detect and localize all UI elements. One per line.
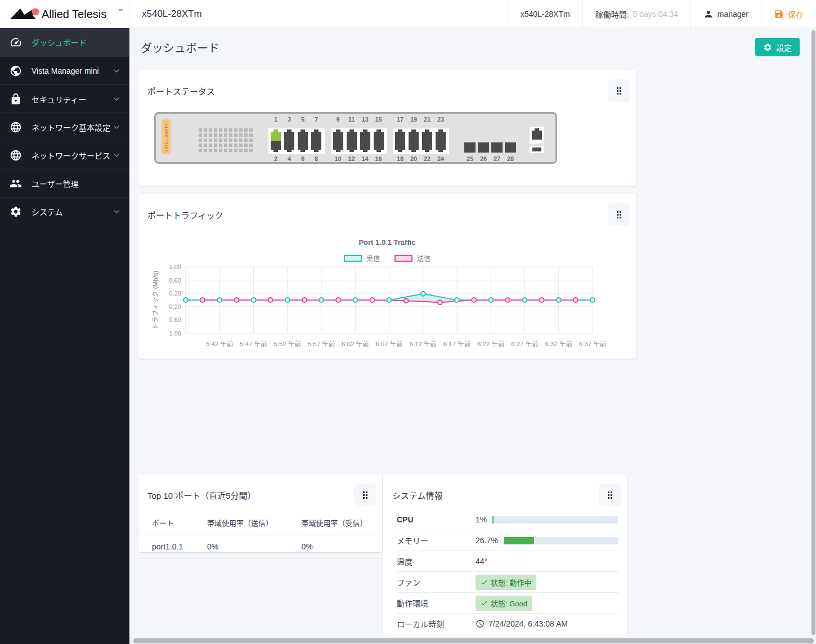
port-number: 21 <box>422 116 432 123</box>
data-point-rx <box>523 298 527 302</box>
x-tick-label: 6:22 午前 <box>477 340 505 347</box>
app-header: Allied Telesis ™ x540L-28XTm x540L-28XTm… <box>0 0 816 28</box>
drag-handle[interactable] <box>608 79 630 102</box>
port-number: 26 <box>477 155 490 162</box>
console-port <box>532 147 541 151</box>
sidebar-item-6[interactable]: システム <box>0 197 129 225</box>
system-info-row: 温度44° <box>397 551 618 572</box>
rj45-port[interactable] <box>422 141 432 152</box>
port-number: 12 <box>347 155 357 162</box>
vertical-scrollbar[interactable] <box>811 28 816 637</box>
uptime: 稼働時間: 5 days 04:34 <box>582 0 691 28</box>
sidebar-item-4[interactable]: ネットワークサービス <box>0 141 129 169</box>
rj45-port[interactable] <box>271 129 281 141</box>
data-point-rx <box>557 298 561 302</box>
globe-icon <box>9 149 23 162</box>
sidebar-item-label: システム <box>32 206 111 217</box>
rj45-port[interactable] <box>360 141 370 152</box>
sidebar: ダッシュボードVista Manager miniセキュリティーネットワーク基本… <box>0 28 129 644</box>
rj45-port[interactable] <box>298 141 308 152</box>
data-point-rx <box>387 298 392 302</box>
sidebar-item-label: ネットワークサービス <box>32 150 111 161</box>
y-tick-label: 0.60 <box>169 277 181 284</box>
y-tick-label: 0.20 <box>169 303 181 310</box>
sidebar-item-3[interactable]: ネットワーク基本設定 <box>0 113 129 141</box>
data-point-rx <box>353 298 357 302</box>
chart-title: Port 1.0.1 Traffic <box>138 238 636 247</box>
port-number: 11 <box>347 116 357 123</box>
rj45-port[interactable] <box>409 129 419 141</box>
rj45-port[interactable] <box>409 141 419 152</box>
legend-swatch <box>394 255 413 262</box>
sidebar-item-dashboard[interactable]: ダッシュボード <box>0 28 129 56</box>
progress-bar-fill <box>492 516 494 524</box>
horizontal-scrollbar[interactable] <box>129 637 816 644</box>
user-menu[interactable]: manager <box>691 0 761 28</box>
sidebar-item-2[interactable]: セキュリティー <box>0 84 129 113</box>
lock-icon <box>9 92 23 106</box>
rj45-port[interactable] <box>284 129 294 141</box>
y-tick-label: 0.20 <box>169 290 181 297</box>
gear-icon <box>9 205 23 218</box>
sfp-port[interactable] <box>491 142 503 153</box>
vertical-scrollbar-thumb[interactable] <box>811 30 815 635</box>
data-point-tx <box>472 298 476 302</box>
drag-handle[interactable] <box>599 484 621 506</box>
sidebar-item-5[interactable]: ユーザー管理 <box>0 169 129 197</box>
rj45-port[interactable] <box>395 129 405 141</box>
rj45-port[interactable] <box>311 141 321 152</box>
local-time-value: 7/24/2024, 6:43:08 AM <box>488 619 568 628</box>
port-number: 2 <box>271 155 281 162</box>
data-point-tx <box>573 298 578 302</box>
drag-handle-icon <box>608 491 612 499</box>
drag-handle-icon <box>617 87 621 95</box>
rj45-port[interactable] <box>374 141 384 152</box>
y-tick-label: 1.00 <box>169 330 181 337</box>
port-traffic-card: ポートトラフィック Port 1.0.1 Traffic 受信送信 5:42 午… <box>138 194 636 359</box>
drag-handle[interactable] <box>608 203 630 226</box>
rj45-port[interactable] <box>347 129 357 141</box>
rj45-port[interactable] <box>298 129 308 141</box>
save-button[interactable]: 保存 <box>761 0 816 28</box>
data-point-rx <box>488 298 493 302</box>
settings-button[interactable]: 設定 <box>755 38 800 56</box>
sidebar-item-label: Vista Manager mini <box>32 66 111 75</box>
rj45-port[interactable] <box>395 141 405 152</box>
rj45-port[interactable] <box>271 141 281 152</box>
sfp-port[interactable] <box>464 142 476 153</box>
rj45-port[interactable] <box>347 141 357 152</box>
rj45-port[interactable] <box>360 129 370 141</box>
rj45-port[interactable] <box>311 129 321 141</box>
system-info-rows: CPU1%メモリー26.7%温度44°ファン状態: 動作中動作環境状態: Goo… <box>383 509 627 634</box>
rj45-port[interactable] <box>284 141 294 152</box>
rj45-port[interactable] <box>436 141 446 152</box>
uptime-value: 5 days 04:34 <box>633 10 678 19</box>
top-ports-table: ポート帯域使用率（送信）帯域使用率（受信） port1.0.10%0% <box>138 512 382 559</box>
rj45-port[interactable] <box>333 141 343 152</box>
sfp-port[interactable] <box>478 142 489 153</box>
table-row[interactable]: port1.0.10%0% <box>138 535 382 559</box>
system-info-row: ローカル時刻7/24/2024, 6:43:08 AM <box>397 614 618 634</box>
system-info-label: ファン <box>397 576 476 588</box>
rj45-port[interactable] <box>422 129 432 141</box>
sidebar-item-1[interactable]: Vista Manager mini <box>0 56 129 84</box>
status-badge: 状態: Good <box>476 596 532 611</box>
chevron-down-icon <box>111 66 122 76</box>
progress-bar <box>492 516 618 524</box>
legend-item: 受信 <box>344 253 380 263</box>
x-tick-label: 6:07 午前 <box>375 340 403 347</box>
rj45-port[interactable] <box>436 129 446 141</box>
port-number: 7 <box>311 116 321 123</box>
sfp-port[interactable] <box>505 142 516 153</box>
rj45-port[interactable] <box>333 129 343 141</box>
rj45-port[interactable] <box>374 129 384 141</box>
data-point-rx <box>455 298 459 302</box>
system-info-label: メモリー <box>397 535 476 546</box>
drag-handle[interactable] <box>354 484 376 506</box>
data-point-rx <box>421 292 425 296</box>
system-info-value: 状態: Good <box>476 596 618 611</box>
floppy-disk-icon <box>774 9 784 19</box>
rj45-port[interactable] <box>532 128 542 140</box>
x-tick-label: 5:57 午前 <box>308 340 335 347</box>
horizontal-scrollbar-thumb[interactable] <box>133 638 814 643</box>
